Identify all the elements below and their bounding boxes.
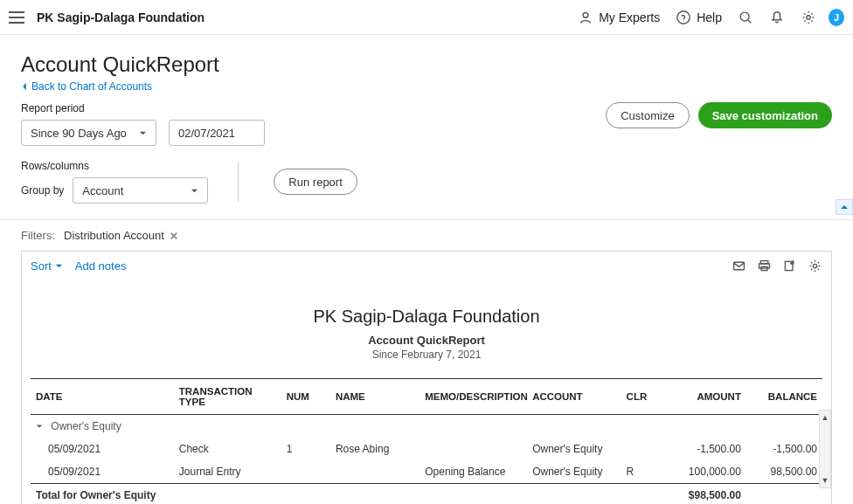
table-row[interactable]: 05/09/2021 Journal Entry Opening Balance… [31, 460, 822, 484]
page-title: Account QuickReport [21, 52, 832, 77]
filter-chip: Distribution Account [64, 229, 178, 242]
help-icon [676, 10, 691, 25]
col-transaction-type[interactable]: TRANSACTION TYPE [174, 379, 281, 415]
my-experts-label: My Experts [599, 10, 660, 24]
customize-label: Customize [621, 109, 674, 122]
triangle-down-icon [36, 420, 43, 432]
person-icon [578, 10, 593, 25]
cell-memo: Opening Balance [420, 460, 527, 484]
collapse-button[interactable] [836, 199, 853, 215]
section-label: Owner's Equity [51, 420, 121, 432]
notifications-button[interactable] [769, 10, 785, 25]
scroll-down-icon[interactable]: ▼ [820, 473, 830, 487]
email-button[interactable] [732, 259, 746, 273]
add-notes-label: Add notes [75, 259, 127, 273]
my-experts-link[interactable]: My Experts [578, 10, 660, 25]
date-value: 02/07/2021 [178, 127, 235, 140]
table-row[interactable]: 05/09/2021 Check 1 Rose Abing Owner's Eq… [31, 438, 822, 460]
print-button[interactable] [757, 259, 772, 273]
printer-icon [757, 259, 772, 273]
add-notes-link[interactable]: Add notes [75, 259, 127, 273]
group-by-value: Account [82, 184, 123, 197]
bell-icon [769, 10, 785, 25]
svg-point-2 [683, 20, 684, 21]
avatar[interactable]: J [829, 9, 844, 26]
cell-memo [420, 438, 527, 460]
page-header: Account QuickReport Back to Chart of Acc… [0, 35, 853, 102]
col-amount[interactable]: AMOUNT [657, 379, 746, 415]
scroll-up-icon[interactable]: ▲ [820, 411, 830, 425]
topbar: PK Sagip-Dalaga Foundation My Experts He… [0, 0, 853, 35]
run-report-button[interactable]: Run report [274, 169, 357, 195]
cell-date: 05/09/2021 [31, 460, 174, 484]
filter-chip-label: Distribution Account [64, 229, 164, 242]
cell-num [281, 460, 330, 484]
report-header: PK Sagip-Dalaga Foundation Account Quick… [31, 307, 822, 361]
total-amount: $98,500.00 [657, 484, 746, 505]
rows-columns-label: Rows/columns [21, 160, 208, 172]
svg-point-13 [813, 264, 816, 267]
group-by-select[interactable]: Account [73, 177, 208, 204]
company-name: PK Sagip-Dalaga Foundation [37, 10, 205, 24]
avatar-letter: J [834, 12, 839, 23]
date-input[interactable]: 02/07/2021 [169, 120, 265, 146]
svg-rect-10 [759, 264, 770, 268]
close-icon[interactable] [170, 231, 178, 240]
menu-icon[interactable] [9, 11, 24, 24]
cell-account: Owner's Equity [527, 438, 621, 460]
save-label: Save customization [712, 109, 818, 122]
export-button[interactable] [782, 259, 797, 273]
col-memo[interactable]: MEMO/DESCRIPTION [420, 379, 527, 415]
save-customization-button[interactable]: Save customization [698, 102, 832, 128]
cell-name: Rose Abing [330, 438, 420, 460]
report-period-select[interactable]: Since 90 Days Ago [21, 120, 156, 146]
col-account[interactable]: ACCOUNT [527, 379, 621, 415]
chevron-down-icon [55, 259, 63, 273]
col-num[interactable]: NUM [281, 379, 330, 415]
search-icon [738, 10, 753, 25]
col-clr[interactable]: CLR [621, 379, 657, 415]
report-table: DATE TRANSACTION TYPE NUM NAME MEMO/DESC… [31, 378, 822, 504]
settings-button[interactable] [801, 10, 816, 25]
total-label: Total for Owner's Equity [31, 484, 657, 505]
back-link[interactable]: Back to Chart of Accounts [21, 80, 152, 93]
back-link-label: Back to Chart of Accounts [31, 80, 152, 93]
report-body: PK Sagip-Dalaga Foundation Account Quick… [22, 280, 831, 504]
svg-point-3 [740, 12, 749, 21]
cell-ttype: Journal Entry [174, 460, 281, 484]
sort-label: Sort [31, 259, 52, 273]
report-card: Sort Add notes PK Sagip-Dalaga Foundatio… [21, 251, 832, 504]
col-name[interactable]: NAME [330, 379, 420, 415]
sort-menu[interactable]: Sort [31, 259, 63, 273]
report-period-value: Since 90 Days Ago [31, 127, 127, 140]
cell-balance: -1,500.00 [746, 438, 822, 460]
search-button[interactable] [738, 10, 753, 25]
divider [238, 162, 239, 202]
cell-clr: R [621, 460, 657, 484]
cell-balance: 98,500.00 [746, 460, 822, 484]
cell-clr [621, 438, 657, 460]
cell-amount: 100,000.00 [657, 460, 746, 484]
report-period: Since February 7, 2021 [31, 349, 822, 361]
report-company: PK Sagip-Dalaga Foundation [31, 307, 822, 327]
card-settings-button[interactable] [808, 259, 822, 273]
filters-bar: Filters: Distribution Account [0, 220, 853, 251]
scrollbar[interactable]: ▲ ▼ [819, 410, 831, 488]
svg-point-0 [583, 12, 588, 17]
customize-button[interactable]: Customize [606, 102, 689, 128]
cell-date: 05/09/2021 [31, 438, 174, 460]
gear-icon [801, 10, 816, 25]
run-report-label: Run report [288, 176, 342, 189]
section-owners-equity[interactable]: Owner's Equity [31, 415, 822, 438]
chevron-up-icon [840, 203, 849, 211]
col-balance[interactable]: BALANCE [746, 379, 822, 415]
col-date[interactable]: DATE [31, 379, 174, 415]
total-row: Total for Owner's Equity $98,500.00 [31, 484, 822, 505]
group-by-label: Group by [21, 184, 64, 197]
mail-icon [732, 259, 746, 273]
cell-ttype: Check [174, 438, 281, 460]
svg-point-5 [807, 15, 811, 19]
cell-num: 1 [281, 438, 330, 460]
controls-row: Report period Since 90 Days Ago 02/07/20… [0, 102, 853, 160]
help-link[interactable]: Help [676, 10, 722, 25]
